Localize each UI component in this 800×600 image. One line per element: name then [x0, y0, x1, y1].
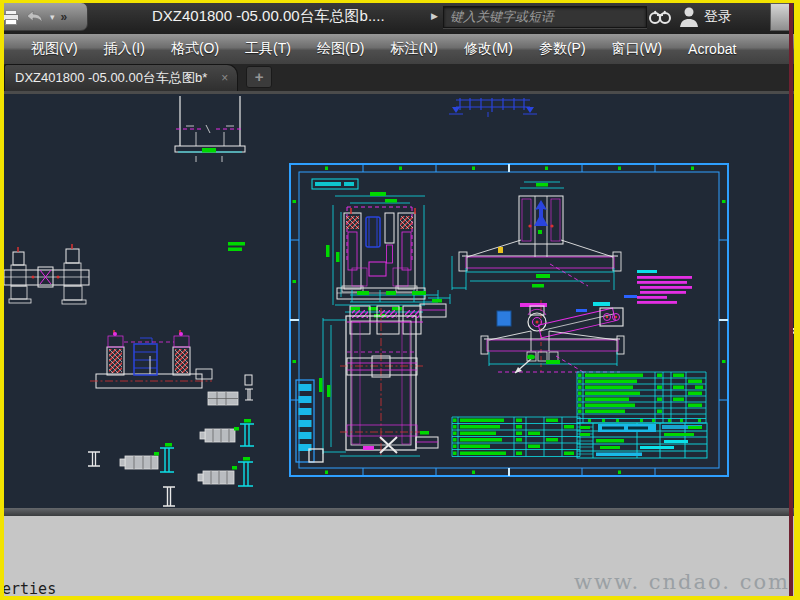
view-mast-elevation: [452, 182, 621, 290]
notes-text-block: [637, 270, 692, 304]
close-icon[interactable]: ×: [221, 71, 228, 85]
menu-parametric[interactable]: 参数(P): [526, 37, 599, 61]
printer-icon[interactable]: [3, 10, 18, 24]
part-gray-plates: [120, 392, 238, 484]
drawing-tab-active[interactable]: DXZ401800 -05.00.00台车总图b* ×: [4, 64, 238, 91]
annotation-green-text: [228, 242, 245, 251]
parts-table-right: [577, 372, 706, 423]
collapsed-palette-panel: erties www. cndao. com: [0, 516, 800, 600]
menu-modify[interactable]: 修改(M): [451, 37, 526, 61]
search-input[interactable]: 键入关键字或短语: [443, 6, 647, 28]
user-icon[interactable]: [679, 6, 699, 28]
right-edge-stripe: [789, 0, 793, 600]
menu-insert[interactable]: 插入(I): [91, 37, 158, 61]
panel-divider[interactable]: [0, 508, 800, 516]
undo-icon[interactable]: [24, 10, 44, 24]
highlight-border-bottom: [0, 596, 800, 600]
search-arrow-icon[interactable]: ▶: [431, 11, 438, 21]
part-assembly-towers: [90, 330, 212, 388]
part-assembly-bogie-end: [4, 244, 89, 304]
menu-bar: 视图(V) 插入(I) 格式(O) 工具(T) 绘图(D) 标注(N) 修改(M…: [0, 34, 800, 64]
menu-window[interactable]: 窗口(W): [599, 37, 676, 61]
new-tab-icon[interactable]: +: [246, 66, 272, 88]
model-space-canvas[interactable]: [0, 94, 800, 508]
app-window: ▾ » DXZ401800 -05.00.00台车总图b.... ▶ 键入关键字…: [0, 0, 800, 600]
menu-dimension[interactable]: 标注(N): [377, 37, 450, 61]
part-u-channel: [175, 96, 245, 162]
drawing-tab-label: DXZ401800 -05.00.00台车总图b*: [15, 69, 207, 87]
revision-ladder: [296, 380, 323, 462]
title-block: [577, 423, 707, 458]
watermark: www. cndao. com: [574, 570, 790, 594]
dropdown-caret-icon[interactable]: ▾: [50, 12, 55, 22]
highlight-border-right: [794, 0, 800, 600]
view-front-elevation: [326, 192, 425, 318]
view-plan: [319, 290, 450, 458]
menu-acrobat[interactable]: Acrobat: [675, 38, 749, 60]
highlight-border-left: [0, 0, 4, 600]
parts-table-left: [452, 417, 580, 457]
view-arm-side: [481, 295, 637, 376]
cad-canvas[interactable]: [0, 94, 800, 508]
title-bar: ▾ » DXZ401800 -05.00.00台车总图b.... ▶ 键入关键字…: [0, 0, 800, 34]
highlight-border-top: [0, 0, 800, 3]
drawing-tab-bar: DXZ401800 -05.00.00台车总图b* × +: [0, 64, 800, 94]
menu-draw[interactable]: 绘图(D): [304, 37, 377, 61]
expand-toolbar-icon[interactable]: »: [61, 10, 67, 24]
quick-access-toolbar: ▾ »: [0, 2, 88, 31]
window-title: DXZ401800 -05.00.00台车总图b....: [152, 7, 385, 26]
binoculars-icon[interactable]: [648, 6, 672, 26]
login-button[interactable]: 登录: [704, 8, 732, 26]
menu-format[interactable]: 格式(O): [158, 37, 232, 61]
part-blue-wireframe: [449, 98, 537, 117]
menu-tools[interactable]: 工具(T): [232, 37, 304, 61]
blue-marker-square: [497, 311, 511, 326]
menu-view[interactable]: 视图(V): [18, 37, 91, 61]
